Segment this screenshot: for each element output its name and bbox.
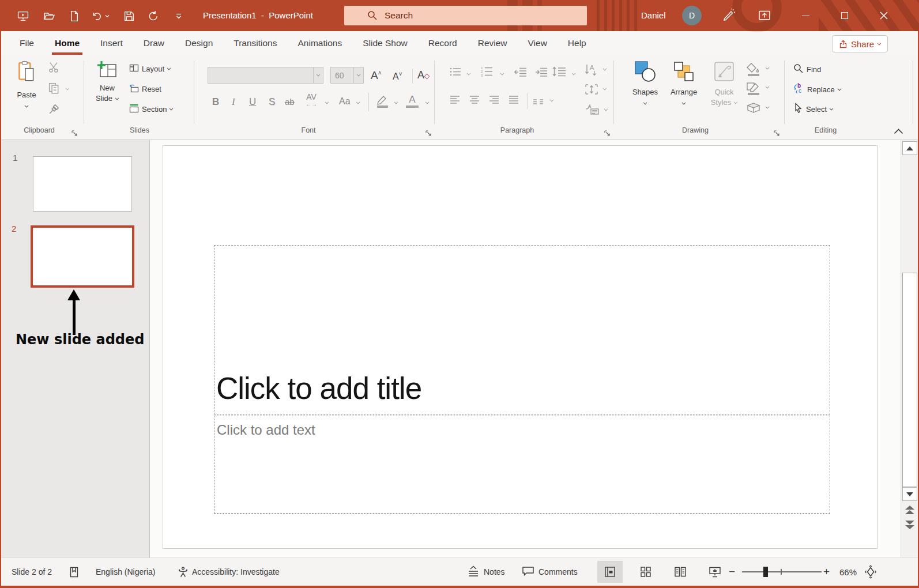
language-status[interactable]: English (Nigeria) xyxy=(96,558,155,586)
chevron-down-icon[interactable] xyxy=(353,67,363,83)
ink-pen-icon[interactable] xyxy=(721,7,737,24)
font-name-combo[interactable] xyxy=(208,67,323,84)
columns-button[interactable] xyxy=(533,97,544,107)
search-input[interactable] xyxy=(385,10,558,21)
save-icon[interactable] xyxy=(121,8,137,24)
grow-font-button[interactable]: A˄ xyxy=(371,69,382,82)
change-case-button[interactable]: Aa xyxy=(339,96,351,107)
comments-button[interactable]: Comments xyxy=(522,558,578,586)
tab-insert[interactable]: Insert xyxy=(90,31,133,56)
decrease-indent-button[interactable] xyxy=(514,67,527,79)
fit-slide-to-window-button[interactable] xyxy=(864,558,877,586)
align-center-button[interactable] xyxy=(469,95,480,107)
zoom-level[interactable]: 66% xyxy=(839,558,857,586)
tab-design[interactable]: Design xyxy=(175,31,223,56)
quick-styles-button[interactable]: Quick Styles xyxy=(706,61,743,108)
underline-button[interactable]: U xyxy=(249,96,256,108)
align-text-button[interactable] xyxy=(585,84,598,97)
search-box[interactable] xyxy=(344,6,587,25)
tab-animations[interactable]: Animations xyxy=(287,31,352,56)
line-spacing-button[interactable] xyxy=(552,66,566,79)
convert-to-smartart-button[interactable] xyxy=(585,104,600,117)
close-button[interactable] xyxy=(871,0,897,31)
zoom-slider-track[interactable] xyxy=(742,571,822,572)
zoom-out-button[interactable]: − xyxy=(729,558,735,586)
notes-button[interactable]: Notes xyxy=(467,558,505,586)
justify-button[interactable] xyxy=(509,95,519,107)
font-dialog-launcher[interactable] xyxy=(425,129,432,135)
minimize-button[interactable] xyxy=(792,0,819,31)
vertical-scrollbar[interactable] xyxy=(901,140,918,557)
tab-slide-show[interactable]: Slide Show xyxy=(352,31,418,56)
drawing-dialog-launcher[interactable] xyxy=(774,129,781,135)
zoom-slider-handle[interactable] xyxy=(763,567,768,577)
shape-effects-button[interactable] xyxy=(746,102,761,117)
shrink-font-button[interactable]: A˅ xyxy=(393,71,402,82)
layout-button[interactable]: Layout xyxy=(129,63,171,74)
align-right-button[interactable] xyxy=(489,95,499,107)
accessibility-icon[interactable] xyxy=(178,558,189,586)
slideshow-view-button[interactable] xyxy=(702,561,728,583)
shape-fill-button[interactable] xyxy=(746,62,761,78)
arrange-button[interactable]: Arrange xyxy=(665,61,702,104)
scroll-down-button[interactable] xyxy=(902,487,917,501)
chevron-down-icon[interactable] xyxy=(66,86,70,91)
reset-button[interactable]: Reset xyxy=(129,84,161,95)
text-highlight-button[interactable] xyxy=(375,94,390,111)
paste-button[interactable]: Paste xyxy=(12,61,42,107)
maximize-button[interactable] xyxy=(831,0,858,31)
start-slideshow-icon[interactable] xyxy=(15,8,31,24)
customize-qat-icon[interactable] xyxy=(171,8,187,24)
replace-button[interactable]: bc Replace xyxy=(793,83,841,96)
shadow-button[interactable]: S xyxy=(269,96,275,108)
section-button[interactable]: Section xyxy=(129,104,173,115)
strikethrough-button[interactable]: ab xyxy=(285,97,295,107)
scrollbar-thumb[interactable] xyxy=(902,273,917,487)
spellcheck-icon[interactable] xyxy=(69,558,79,586)
find-button[interactable]: Find xyxy=(793,63,821,76)
slide-2-thumbnail[interactable] xyxy=(31,225,134,288)
tab-record[interactable]: Record xyxy=(418,31,468,56)
scroll-up-button[interactable] xyxy=(902,141,917,155)
title-placeholder[interactable]: Click to add title xyxy=(214,245,830,414)
select-button[interactable]: Select xyxy=(793,103,833,115)
ribbon-display-options-icon[interactable] xyxy=(756,7,773,24)
new-slide-button[interactable]: New Slide xyxy=(89,61,126,104)
character-spacing-button[interactable]: AV←→ xyxy=(306,94,317,107)
slide-1-thumbnail[interactable] xyxy=(33,156,132,212)
tab-view[interactable]: View xyxy=(518,31,558,56)
cut-icon[interactable] xyxy=(48,62,60,76)
tab-transitions[interactable]: Transitions xyxy=(223,31,287,56)
tab-home[interactable]: Home xyxy=(44,31,90,56)
paragraph-dialog-launcher[interactable] xyxy=(604,129,611,135)
zoom-in-button[interactable]: + xyxy=(823,558,830,586)
normal-view-button[interactable] xyxy=(597,561,623,583)
font-size-combo[interactable]: 60 xyxy=(330,67,364,84)
tab-review[interactable]: Review xyxy=(468,31,518,56)
undo-icon[interactable] xyxy=(89,8,111,24)
slide-canvas[interactable]: Click to add title Click to add text xyxy=(163,145,877,549)
chevron-down-icon[interactable] xyxy=(313,67,323,83)
bold-button[interactable]: B xyxy=(212,96,219,108)
previous-slide-button[interactable] xyxy=(905,506,915,516)
bullets-button[interactable] xyxy=(450,67,461,79)
numbering-button[interactable]: 123 xyxy=(481,66,494,79)
tab-file[interactable]: File xyxy=(9,31,44,56)
align-left-button[interactable] xyxy=(450,95,460,107)
new-file-icon[interactable] xyxy=(66,8,82,24)
clear-formatting-button[interactable]: A xyxy=(417,69,429,81)
clipboard-dialog-launcher[interactable] xyxy=(71,129,78,135)
tab-draw[interactable]: Draw xyxy=(133,31,175,56)
font-color-button[interactable]: A xyxy=(406,94,419,108)
accessibility-status[interactable]: Accessibility: Investigate xyxy=(192,558,280,586)
text-direction-button[interactable]: A xyxy=(585,63,598,78)
next-slide-button[interactable] xyxy=(905,521,915,531)
slide-sorter-view-button[interactable] xyxy=(633,561,658,583)
avatar[interactable]: D xyxy=(682,6,702,25)
account-name[interactable]: Daniel xyxy=(641,0,666,31)
collapse-ribbon-button[interactable] xyxy=(894,126,904,134)
format-painter-icon[interactable] xyxy=(48,103,60,117)
increase-indent-button[interactable] xyxy=(535,67,548,79)
body-placeholder[interactable]: Click to add text xyxy=(214,416,830,514)
open-icon[interactable] xyxy=(41,8,57,24)
